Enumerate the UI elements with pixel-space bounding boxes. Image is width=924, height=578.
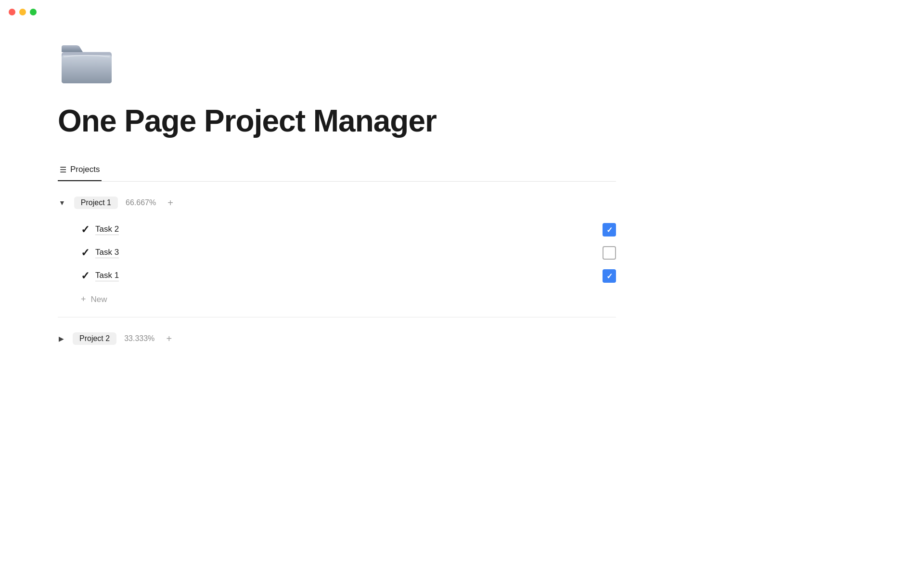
close-button[interactable] xyxy=(9,9,15,15)
project-1-badge[interactable]: Project 1 xyxy=(74,197,118,209)
project-2-section: ▶ Project 2 33.333% + xyxy=(58,325,616,356)
folder-icon-area xyxy=(58,39,616,89)
table-row: ✓ Task 1 xyxy=(81,264,616,288)
project-2-percent: 33.333% xyxy=(124,334,154,343)
chevron-right-icon: ▶ xyxy=(59,335,64,342)
task-3-left: ✓ Task 3 xyxy=(81,247,119,259)
task-3-checkbox[interactable] xyxy=(603,246,616,260)
table-row: ✓ Task 2 xyxy=(81,218,616,241)
project-1-section: ▼ Project 1 66.667% + ✓ Task 2 ✓ xyxy=(58,182,616,309)
project-1-percent: 66.667% xyxy=(126,198,156,207)
task-2-left: ✓ Task 2 xyxy=(81,223,119,236)
task-2-checkmark: ✓ xyxy=(81,223,90,236)
task-1-left: ✓ Task 1 xyxy=(81,270,119,282)
traffic-lights xyxy=(9,9,37,15)
project-section-divider xyxy=(58,317,616,317)
new-item-button[interactable]: New xyxy=(91,295,107,304)
plus-icon: + xyxy=(167,197,173,209)
main-content: One Page Project Manager ☰ Projects ▼ Pr… xyxy=(0,0,674,385)
task-1-checkbox[interactable] xyxy=(603,269,616,283)
task-1-name[interactable]: Task 1 xyxy=(95,271,119,281)
svg-rect-1 xyxy=(62,55,112,83)
plus-icon-2: + xyxy=(166,333,172,344)
new-item-row: + New xyxy=(58,289,616,309)
task-2-name[interactable]: Task 2 xyxy=(95,224,119,235)
tabs-area: ☰ Projects xyxy=(58,161,616,181)
folder-icon xyxy=(58,39,116,87)
tab-projects-label: Projects xyxy=(70,165,100,174)
tab-projects[interactable]: ☰ Projects xyxy=(58,161,102,181)
page-title: One Page Project Manager xyxy=(58,104,616,138)
task-3-checkmark: ✓ xyxy=(81,247,90,259)
new-item-plus-icon: + xyxy=(81,294,86,304)
task-2-checkbox[interactable] xyxy=(603,223,616,236)
table-row: ✓ Task 3 xyxy=(81,241,616,264)
task-1-checkmark: ✓ xyxy=(81,270,90,282)
project-1-expand-button[interactable]: ▼ xyxy=(58,198,66,208)
project-2-expand-button[interactable]: ▶ xyxy=(58,334,65,343)
project-2-header: ▶ Project 2 33.333% + xyxy=(58,327,616,350)
list-icon: ☰ xyxy=(60,165,66,174)
project-2-add-button[interactable]: + xyxy=(162,332,176,345)
project-1-header: ▼ Project 1 66.667% + xyxy=(58,191,616,214)
project-2-badge[interactable]: Project 2 xyxy=(73,332,116,345)
maximize-button[interactable] xyxy=(30,9,37,15)
project-1-task-list: ✓ Task 2 ✓ Task 3 ✓ Task 1 xyxy=(58,218,616,288)
project-1-add-button[interactable]: + xyxy=(164,196,177,210)
minimize-button[interactable] xyxy=(19,9,26,15)
chevron-down-icon: ▼ xyxy=(59,199,65,207)
task-3-name[interactable]: Task 3 xyxy=(95,248,119,258)
